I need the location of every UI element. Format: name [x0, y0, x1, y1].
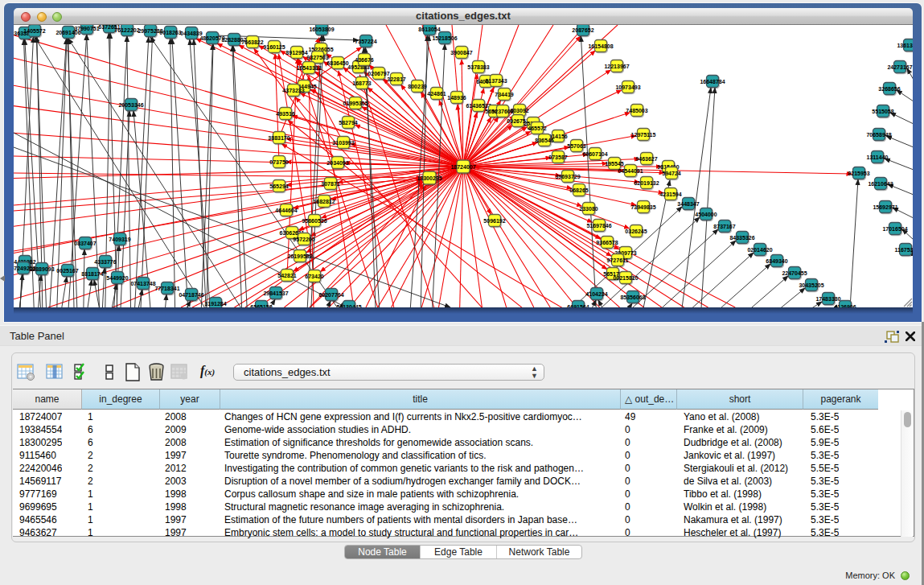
svg-text:465572: 465572: [528, 126, 546, 131]
svg-text:068265: 068265: [569, 187, 588, 193]
svg-text:29841537: 29841537: [263, 290, 288, 296]
svg-text:04544091: 04544091: [618, 168, 643, 174]
svg-text:233080: 233080: [579, 206, 598, 212]
svg-text:8215953: 8215953: [848, 171, 869, 176]
svg-text:0837407: 0837407: [74, 241, 96, 246]
svg-text:9727611: 9727611: [607, 257, 629, 263]
svg-text:51697846: 51697846: [586, 223, 611, 229]
svg-text:4644604: 4644604: [275, 208, 297, 213]
svg-text:77718341: 77718341: [154, 286, 179, 291]
svg-text:148936: 148936: [447, 95, 466, 101]
svg-text:12975115: 12975115: [631, 132, 656, 138]
svg-text:542821: 542821: [277, 273, 296, 278]
svg-text:4504000: 4504000: [695, 212, 717, 217]
svg-text:436676: 436676: [355, 57, 373, 63]
svg-text:01995305: 01995305: [343, 101, 368, 106]
svg-text:4373233: 4373233: [282, 88, 304, 93]
svg-text:8818174: 8818174: [81, 271, 103, 277]
svg-text:3191284: 3191284: [204, 301, 226, 307]
svg-text:76122202: 76122202: [114, 27, 139, 33]
svg-text:8613054: 8613054: [418, 27, 440, 32]
svg-text:1405572: 1405572: [23, 28, 45, 34]
svg-text:60207764: 60207764: [318, 292, 343, 298]
svg-text:2087652: 2087652: [572, 27, 593, 33]
svg-text:24273167: 24273167: [887, 64, 912, 70]
svg-text:16648784: 16648784: [700, 79, 725, 84]
svg-text:1682812: 1682812: [313, 199, 335, 204]
svg-text:7663822: 7663822: [241, 39, 263, 45]
svg-text:7485003: 7485003: [626, 108, 647, 113]
svg-text:0326245: 0326245: [625, 229, 647, 234]
svg-text:39693729: 39693729: [555, 174, 580, 179]
svg-text:20053346: 20053346: [118, 102, 143, 108]
svg-text:60607104: 60607104: [582, 151, 607, 157]
svg-text:073587: 073587: [548, 154, 567, 160]
svg-text:5449920: 5449920: [106, 275, 128, 281]
svg-text:5096192: 5096192: [483, 218, 505, 224]
svg-text:493516: 493516: [276, 111, 294, 117]
svg-text:13613412: 13613412: [897, 43, 913, 48]
svg-text:16154808: 16154808: [588, 43, 613, 49]
svg-text:00215810: 00215810: [613, 275, 638, 281]
svg-text:84335326: 84335326: [729, 235, 754, 241]
svg-text:37990751: 37990751: [74, 26, 99, 31]
svg-text:307871: 307871: [321, 181, 339, 187]
svg-text:07413748: 07413748: [130, 281, 155, 286]
svg-text:16543382: 16543382: [296, 65, 321, 71]
svg-text:73949835: 73949835: [630, 204, 655, 210]
svg-text:836546: 836546: [535, 138, 553, 143]
svg-text:557063: 557063: [567, 143, 585, 149]
svg-text:673420: 673420: [305, 274, 323, 279]
svg-text:70658948: 70658948: [866, 132, 891, 138]
svg-text:30435205: 30435205: [799, 282, 823, 288]
svg-text:5378383: 5378383: [467, 64, 489, 70]
svg-text:8737167: 8737167: [713, 224, 735, 229]
svg-text:18724007: 18724007: [450, 164, 475, 170]
svg-text:3900847: 3900847: [450, 50, 472, 56]
svg-text:9463627: 9463627: [635, 156, 657, 162]
svg-text:17016504: 17016504: [882, 226, 907, 232]
svg-text:3103993: 3103993: [332, 140, 354, 146]
svg-text:22470455: 22470455: [782, 270, 807, 276]
svg-text:9160125: 9160125: [263, 44, 285, 50]
svg-text:424861: 424861: [427, 91, 446, 97]
svg-text:0025167: 0025167: [56, 268, 78, 274]
svg-text:7357224: 7357224: [355, 39, 376, 44]
svg-text:073750: 073750: [269, 159, 288, 165]
svg-text:582794: 582794: [339, 120, 357, 126]
svg-text:800239: 800239: [408, 84, 426, 89]
svg-text:4231594: 4231594: [659, 192, 681, 197]
svg-text:565294: 565294: [269, 183, 288, 189]
svg-text:1167533: 1167533: [895, 247, 913, 253]
svg-text:7409319: 7409319: [109, 237, 130, 242]
svg-text:0018263: 0018263: [159, 30, 181, 35]
svg-text:17483380: 17483380: [815, 296, 840, 302]
svg-text:3268656: 3268656: [878, 86, 900, 92]
svg-text:9366578: 9366578: [596, 240, 618, 245]
svg-text:8137343: 8137343: [485, 78, 507, 84]
svg-text:3448347: 3448347: [677, 201, 699, 207]
svg-text:4333776: 4333776: [94, 259, 116, 265]
svg-text:1311440: 1311440: [867, 154, 889, 160]
svg-text:0206797: 0206797: [368, 71, 389, 76]
svg-text:5515058: 5515058: [872, 109, 893, 114]
svg-text:594724: 594724: [662, 171, 680, 176]
svg-text:3883170: 3883170: [268, 135, 290, 141]
svg-text:18300295: 18300295: [417, 175, 441, 181]
svg-text:2034093: 2034093: [326, 160, 348, 166]
svg-text:734419: 734419: [495, 92, 513, 97]
svg-text:195545: 195545: [605, 161, 623, 167]
svg-text:9327503: 9327503: [306, 55, 328, 60]
svg-text:04718746: 04718746: [179, 292, 203, 298]
svg-text:15692971: 15692971: [873, 204, 897, 210]
svg-text:322817: 322817: [387, 76, 405, 82]
svg-text:02014620: 02014620: [747, 247, 772, 253]
svg-text:16210643: 16210643: [868, 181, 893, 187]
svg-text:6836450: 6836450: [326, 60, 348, 66]
svg-text:26199582: 26199582: [287, 253, 312, 259]
svg-text:10973493: 10973493: [615, 84, 640, 90]
svg-text:95660536: 95660536: [302, 218, 326, 224]
svg-text:603092: 603092: [510, 108, 528, 113]
svg-text:9572200: 9572200: [293, 237, 314, 242]
svg-text:168773: 168773: [352, 80, 371, 86]
